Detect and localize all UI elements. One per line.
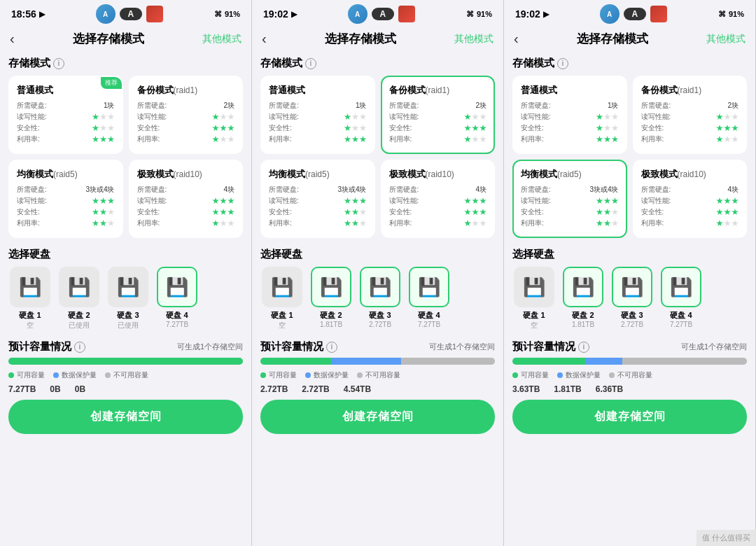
disk-icon-wrap-0: 💾 xyxy=(262,267,302,307)
disk-item-1[interactable]: 💾 硬盘 2 1.81TB xyxy=(309,267,353,330)
status-time: 18:56 xyxy=(11,8,36,20)
disk-grid: 💾 硬盘 1 空 💾 硬盘 2 已使用 💾 硬盘 3 已使用 xyxy=(8,267,243,330)
mode-row-0-3: 利用率: xyxy=(521,134,619,144)
mode-card-title-0: 普通模式 xyxy=(17,84,115,97)
disk-item-3[interactable]: 💾 硬盘 4 7.27TB xyxy=(407,267,451,330)
mode-card-0[interactable]: 普通模式 所需硬盘:1块 读写性能: 安全性: 利用率: xyxy=(512,76,627,154)
disk-icon: 💾 xyxy=(117,276,139,298)
mode-row-3-1: 读写性能: xyxy=(137,196,235,206)
mode-info-icon[interactable]: i xyxy=(305,58,316,69)
mode-row-label: 所需硬盘: xyxy=(269,185,299,195)
back-button[interactable]: ‹ xyxy=(262,31,267,47)
mode-row-label: 安全性: xyxy=(137,207,160,217)
mode-info-icon[interactable]: i xyxy=(53,58,64,69)
legend-item-2: 不可用容量 xyxy=(357,370,400,380)
mode-row-label: 利用率: xyxy=(521,218,544,228)
cap-val-num-1: 1.81TB xyxy=(554,384,581,394)
nav-title: 选择存储模式 xyxy=(577,31,648,47)
disk-item-2[interactable]: 💾 硬盘 3 2.72TB xyxy=(358,267,402,330)
legend-label-1: 数据保护量 xyxy=(62,370,97,380)
cap-info-icon[interactable]: i xyxy=(74,342,85,353)
mode-row-label: 利用率: xyxy=(269,218,292,228)
capacity-bar xyxy=(260,358,495,365)
cap-section-title: 预计容量情况 i xyxy=(8,340,85,354)
other-modes-link[interactable]: 其他模式 xyxy=(454,33,493,46)
mode-card-2[interactable]: 均衡模式(raid5) 所需硬盘:3块或4块 读写性能: 安全性: 利用率: xyxy=(260,160,375,238)
mode-card-2[interactable]: 均衡模式(raid5) 所需硬盘:3块或4块 读写性能: 安全性: 利用率: xyxy=(512,160,627,238)
other-modes-link[interactable]: 其他模式 xyxy=(202,33,241,46)
disk-item-2[interactable]: 💾 硬盘 3 2.72TB xyxy=(610,267,654,330)
disk-icon: 💾 xyxy=(68,276,90,298)
mode-card-3[interactable]: 极致模式(raid10) 所需硬盘:4块 读写性能: 安全性: 利用率: xyxy=(129,160,244,238)
create-btn[interactable]: 创建存储空间 xyxy=(260,400,495,434)
disk-item-3[interactable]: 💾 硬盘 4 7.27TB xyxy=(659,267,703,330)
mode-row-label: 所需硬盘: xyxy=(521,101,551,111)
disk-section-title: 选择硬盘 xyxy=(8,248,243,261)
disk-icon: 💾 xyxy=(369,276,391,298)
mode-section-title: 存储模式 i xyxy=(260,57,495,70)
disk-sub-0: 空 xyxy=(27,321,34,330)
mode-card-3[interactable]: 极致模式(raid10) 所需硬盘:4块 读写性能: 安全性: 利用率: xyxy=(381,160,496,238)
other-modes-link[interactable]: 其他模式 xyxy=(706,33,746,46)
disk-item-1[interactable]: 💾 硬盘 2 已使用 xyxy=(57,267,101,330)
disk-name-1: 硬盘 2 xyxy=(68,310,90,321)
disk-sub-2: 2.72TB xyxy=(369,321,391,328)
mode-card-1[interactable]: 备份模式(raid1) 所需硬盘:2块 读写性能: 安全性: 利用率: xyxy=(381,76,496,154)
capacity-values: 7.27TB0B0B xyxy=(8,384,243,394)
mode-card-1[interactable]: 备份模式(raid1) 所需硬盘:2块 读写性能: 安全性: 利用率: xyxy=(129,76,244,154)
disk-sub-3: 7.27TB xyxy=(670,321,692,328)
mode-row-label: 读写性能: xyxy=(389,196,419,206)
capacity-legend: 可用容量 数据保护量 不可用容量 xyxy=(8,370,243,380)
capacity-header: 预计容量情况 i 可生成1个存储空间 xyxy=(512,340,747,354)
cap-bar-seg-0 xyxy=(260,358,331,365)
profile-img xyxy=(650,6,667,22)
mode-row-value: 4块 xyxy=(475,185,486,195)
mode-card-0[interactable]: 推荐普通模式 所需硬盘:1块 读写性能: 安全性: 利用率: xyxy=(8,76,123,154)
disk-name-1: 硬盘 2 xyxy=(320,310,342,321)
disk-icon-wrap-3: 💾 xyxy=(409,267,449,307)
disk-item-3[interactable]: 💾 硬盘 4 7.27TB xyxy=(155,267,199,330)
mode-row-0-0: 所需硬盘:1块 xyxy=(269,101,367,111)
disk-item-0[interactable]: 💾 硬盘 1 空 xyxy=(8,267,52,330)
cap-bar-seg-1 xyxy=(331,358,402,365)
mode-row-label: 读写性能: xyxy=(17,112,47,122)
mode-card-1[interactable]: 备份模式(raid1) 所需硬盘:2块 读写性能: 安全性: 利用率: xyxy=(633,76,748,154)
cap-info-icon[interactable]: i xyxy=(326,342,337,353)
status-bar: 19:02 ▶ A A ⌘ 91% xyxy=(252,0,503,27)
mode-row-2-3: 利用率: xyxy=(269,218,367,228)
mode-row-label: 安全性: xyxy=(389,123,412,133)
legend-label-1: 数据保护量 xyxy=(566,370,601,380)
back-button[interactable]: ‹ xyxy=(10,31,15,47)
legend-dot-0 xyxy=(260,372,266,378)
mode-card-2[interactable]: 均衡模式(raid5) 所需硬盘:3块或4块 读写性能: 安全性: 利用率: xyxy=(8,160,123,238)
mode-row-0-2: 安全性: xyxy=(269,123,367,133)
disk-name-0: 硬盘 1 xyxy=(523,310,545,321)
legend-label-0: 可用容量 xyxy=(17,370,45,380)
mode-row-0-2: 安全性: xyxy=(17,123,115,133)
disk-item-0[interactable]: 💾 硬盘 1 空 xyxy=(512,267,556,330)
mode-row-label: 利用率: xyxy=(641,218,664,228)
capacity-legend: 可用容量 数据保护量 不可用容量 xyxy=(260,370,495,380)
mode-row-3-3: 利用率: xyxy=(137,218,235,228)
create-btn[interactable]: 创建存储空间 xyxy=(512,400,747,434)
cap-info-icon[interactable]: i xyxy=(578,342,589,353)
back-button[interactable]: ‹ xyxy=(514,31,519,47)
disk-item-1[interactable]: 💾 硬盘 2 1.81TB xyxy=(561,267,605,330)
mode-card-title-3: 极致模式(raid10) xyxy=(389,168,487,181)
phone-panel-panel3: 19:02 ▶ A A ⌘ 91% ‹ 选择存储模式 其他模式 存储模式 i 普… xyxy=(504,0,756,546)
disk-item-2[interactable]: 💾 硬盘 3 已使用 xyxy=(106,267,150,330)
disk-icon-wrap-3: 💾 xyxy=(157,267,197,307)
mode-row-label: 安全性: xyxy=(269,207,292,217)
app-avatar: A xyxy=(96,4,115,24)
cap-bar-seg-2 xyxy=(622,358,747,365)
app-label: A xyxy=(372,8,395,20)
mode-info-icon[interactable]: i xyxy=(557,58,568,69)
mode-card-3[interactable]: 极致模式(raid10) 所需硬盘:4块 读写性能: 安全性: 利用率: xyxy=(633,160,748,238)
mode-row-label: 所需硬盘: xyxy=(17,101,47,111)
mode-row-label: 读写性能: xyxy=(269,112,299,122)
disk-item-0[interactable]: 💾 硬盘 1 空 xyxy=(260,267,304,330)
location-icon: ▶ xyxy=(291,10,297,19)
mode-card-0[interactable]: 普通模式 所需硬盘:1块 读写性能: 安全性: 利用率: xyxy=(260,76,375,154)
create-btn[interactable]: 创建存储空间 xyxy=(8,400,243,434)
mode-row-3-3: 利用率: xyxy=(641,218,739,228)
